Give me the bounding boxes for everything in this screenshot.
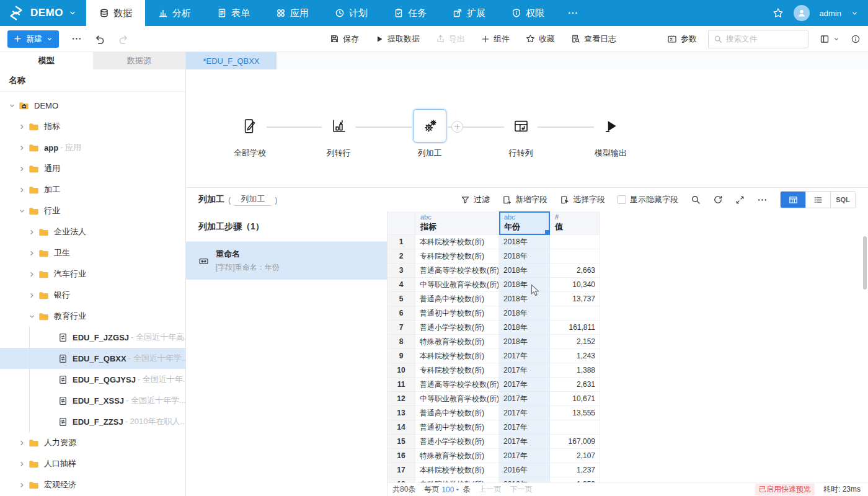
tree-item-9[interactable]: 汽车行业 <box>0 264 185 285</box>
info-icon[interactable] <box>851 34 861 44</box>
tree-item-10[interactable]: 银行 <box>0 285 185 306</box>
tree-item-7[interactable]: 企业法人 <box>0 221 185 242</box>
extract-data-button[interactable]: 提取数据 <box>375 33 420 45</box>
tree-item-1[interactable]: DEMO <box>0 95 185 116</box>
flow-node-box[interactable] <box>504 109 538 143</box>
show-hidden-fields-checkbox[interactable]: 显示隐藏字段 <box>618 194 678 205</box>
sidebar-tab-model[interactable]: 模型 <box>0 52 93 69</box>
chevron-right-icon[interactable] <box>17 123 26 130</box>
folder-icon <box>38 312 49 321</box>
new-button[interactable]: 新建 <box>7 30 59 48</box>
chevron-right-icon[interactable] <box>17 440 26 446</box>
panel-more-icon[interactable] <box>757 195 768 205</box>
list-view-button[interactable] <box>805 192 830 208</box>
topnav-tab-8[interactable]: 权限 <box>498 0 557 26</box>
indicator-cell: 特殊教育学校数(所) <box>415 335 499 349</box>
user-menu-chevron-icon[interactable] <box>851 10 858 17</box>
preview-scrollbar[interactable] <box>863 236 867 290</box>
flow-node-1[interactable]: 全部学校 <box>233 109 267 159</box>
add-field-button[interactable]: 新增字段 <box>502 194 547 205</box>
next-page-button[interactable]: 下一页 <box>510 484 532 495</box>
topnav-tab-2[interactable]: 分析 <box>145 0 204 26</box>
flow-node-box[interactable] <box>233 109 267 143</box>
fullscreen-icon[interactable] <box>735 195 745 205</box>
table-view-button[interactable] <box>781 192 805 208</box>
year-cell: 2018年 <box>499 278 550 292</box>
tree-item-13[interactable]: EDU_F_QBXX- 全国近十年学... <box>0 348 185 369</box>
prev-page-button[interactable]: 上一页 <box>479 484 501 495</box>
row-number-cell: 3 <box>388 264 415 278</box>
flow-node-3[interactable]: 列加工 <box>413 109 446 159</box>
sql-view-button[interactable]: SQL <box>830 192 855 208</box>
tree-item-14[interactable]: EDU_F_QGJYSJ- 全国近十年... <box>0 369 185 390</box>
step-item-rename[interactable]: 重命名 [字段]重命名：年份 <box>186 242 387 280</box>
column-header-3[interactable]: #值 <box>550 211 600 235</box>
year-cell: 2017年 <box>499 420 550 435</box>
refresh-icon[interactable] <box>713 195 723 205</box>
component-button[interactable]: 组件 <box>481 33 510 45</box>
workspace-switcher[interactable]: DEMO <box>0 0 86 26</box>
select-field-button[interactable]: 选择字段 <box>560 194 605 205</box>
chevron-down-icon[interactable] <box>27 313 36 320</box>
chevron-right-icon[interactable] <box>17 461 26 467</box>
document-tab-active[interactable]: *EDU_F_QBXX <box>186 52 277 69</box>
topnav-tab-7[interactable]: 扩展 <box>440 0 498 26</box>
tree-item-11[interactable]: 教育行业 <box>0 306 185 327</box>
topnav-tab-3[interactable]: 表单 <box>204 0 263 26</box>
flow-node-2[interactable]: 列转行 <box>322 109 355 159</box>
filter-button[interactable]: 过滤 <box>461 194 490 205</box>
page-size-select[interactable]: 100 <box>441 485 460 494</box>
tree-item-12[interactable]: EDU_F_JZGSJ- 全国近十年高... <box>0 327 185 348</box>
node-name-input[interactable]: 列加工 <box>234 193 271 206</box>
tree-item-17[interactable]: 人力资源 <box>0 432 185 453</box>
topnav-tab-6[interactable]: 任务 <box>381 0 440 26</box>
topnav-tab-5[interactable]: 计划 <box>322 0 381 26</box>
chevron-right-icon[interactable] <box>27 250 36 257</box>
add-node-button[interactable] <box>451 121 463 133</box>
chevron-right-icon[interactable] <box>17 187 26 193</box>
chevron-right-icon[interactable] <box>27 292 36 299</box>
flow-node-box[interactable] <box>413 109 446 143</box>
topnav-tab-4[interactable]: 应用 <box>263 0 322 26</box>
user-name[interactable]: admin <box>820 9 841 18</box>
favorite-button[interactable]: 收藏 <box>526 33 555 45</box>
tree-item-3[interactable]: app- 应用 <box>0 137 185 158</box>
favorite-star-icon[interactable] <box>773 7 784 19</box>
tree-item-16[interactable]: EDU_F_ZZSJ- 2010年在职人... <box>0 411 185 432</box>
flow-node-box[interactable] <box>594 109 627 143</box>
flow-node-4[interactable]: 行转列 <box>504 109 538 159</box>
flow-node-box[interactable] <box>322 109 355 143</box>
view-log-button[interactable]: 查看日志 <box>571 33 616 45</box>
chevron-down-icon[interactable] <box>7 102 16 109</box>
chevron-right-icon[interactable] <box>17 144 26 151</box>
column-header-1[interactable]: abc指标 <box>415 211 499 235</box>
save-button[interactable]: 保存 <box>330 33 359 45</box>
tree-item-19[interactable]: 宏观经济 <box>0 474 185 495</box>
tree-item-8[interactable]: 卫生 <box>0 242 185 264</box>
tree-item-18[interactable]: 人口抽样 <box>0 453 185 474</box>
tree-item-6[interactable]: 行业 <box>0 200 185 221</box>
file-search-input[interactable] <box>726 35 803 43</box>
chevron-right-icon[interactable] <box>27 229 36 236</box>
redo-icon[interactable] <box>118 33 129 45</box>
chevron-right-icon[interactable] <box>27 271 36 278</box>
tree-item-4[interactable]: 通用 <box>0 158 185 179</box>
sidebar-tab-datasource[interactable]: 数据源 <box>93 52 186 69</box>
column-header-2[interactable]: abc年份 <box>499 211 550 235</box>
chevron-right-icon[interactable] <box>17 166 26 172</box>
flow-node-5[interactable]: 模型输出 <box>594 109 627 159</box>
user-avatar[interactable] <box>794 5 810 21</box>
undo-icon[interactable] <box>94 33 105 45</box>
export-button[interactable]: 导出 <box>436 33 465 45</box>
topnav-tab-1[interactable]: 数据 <box>86 0 145 26</box>
table-search-icon[interactable] <box>691 195 701 205</box>
chevron-right-icon[interactable] <box>17 482 26 489</box>
topnav-more-button[interactable] <box>557 0 588 26</box>
params-button[interactable]: 参数 <box>667 33 697 45</box>
tree-item-15[interactable]: EDU_F_XSSJ- 全国近十年学... <box>0 390 185 411</box>
tree-item-2[interactable]: 指标 <box>0 116 185 137</box>
layout-switch-button[interactable] <box>820 34 839 44</box>
tree-item-5[interactable]: 加工 <box>0 179 185 200</box>
more-actions-icon[interactable] <box>71 33 82 44</box>
chevron-down-icon[interactable] <box>17 208 26 215</box>
